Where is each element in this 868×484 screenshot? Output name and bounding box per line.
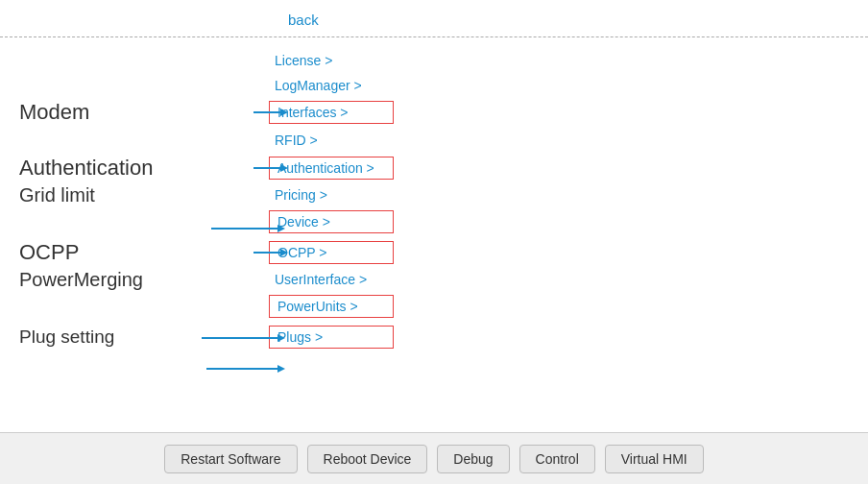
- authentication-label: Authentication: [19, 156, 153, 181]
- svg-marker-5: [280, 249, 288, 256]
- power-units-item[interactable]: PowerUnits >: [269, 295, 394, 318]
- license-item[interactable]: License >: [269, 50, 332, 71]
- power-merging-label: PowerMerging: [19, 269, 143, 291]
- control-button[interactable]: Control: [519, 445, 595, 473]
- reboot-device-button[interactable]: Reboot Device: [307, 445, 428, 473]
- log-manager-item[interactable]: LogManager >: [269, 75, 362, 96]
- svg-marker-1: [280, 109, 288, 116]
- grid-limit-label: Grid limit: [19, 184, 95, 206]
- user-interface-item[interactable]: UserInterface >: [269, 269, 367, 290]
- ocpp-label: OCPP: [19, 240, 79, 265]
- debug-button[interactable]: Debug: [437, 445, 509, 473]
- plug-setting-label: Plug setting: [19, 327, 114, 348]
- device-item[interactable]: Device >: [269, 210, 394, 233]
- bottom-bar: Restart Software Reboot Device Debug Con…: [0, 432, 868, 484]
- back-link[interactable]: back: [288, 12, 319, 28]
- svg-marker-3: [280, 164, 288, 172]
- pricing-item[interactable]: Pricing >: [269, 184, 327, 206]
- restart-software-button[interactable]: Restart Software: [164, 445, 297, 473]
- rfid-item[interactable]: RFID >: [269, 130, 318, 151]
- modem-label: Modem: [19, 100, 89, 125]
- plugs-item[interactable]: Plugs >: [269, 326, 394, 349]
- virtual-hmi-button[interactable]: Virtual HMI: [605, 445, 704, 473]
